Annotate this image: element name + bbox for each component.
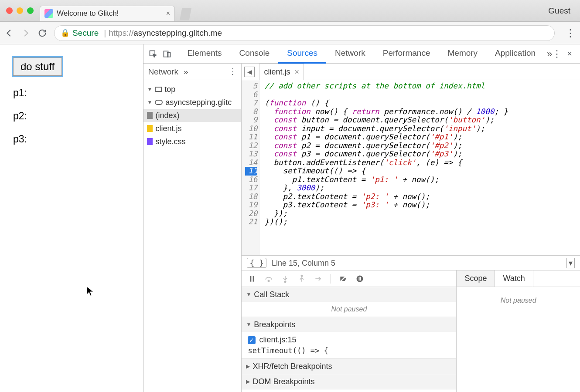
tree-file-client[interactable]: client.js xyxy=(143,122,241,135)
file-icon xyxy=(147,138,153,145)
editor-status: { }Line 15, Column 5 ▾ xyxy=(242,255,580,270)
device-toggle-icon[interactable] xyxy=(160,50,174,58)
tab-memory[interactable]: Memory xyxy=(439,44,486,64)
profile-label[interactable]: Guest xyxy=(548,6,570,16)
svg-rect-13 xyxy=(359,277,360,280)
navigator-menu-icon[interactable]: ⋮ xyxy=(229,67,237,77)
devtools-tabbar: Elements Console Sources Network Perform… xyxy=(143,44,580,64)
chrome-menu-icon[interactable]: ⋮ xyxy=(565,27,576,39)
inspect-element-icon[interactable] xyxy=(146,50,160,58)
tree-file-style[interactable]: style.css xyxy=(143,135,241,148)
window-titlebar: Welcome to Glitch! × Guest xyxy=(0,0,580,22)
navigator-overflow-icon[interactable]: » xyxy=(184,67,188,77)
devtools: Elements Console Sources Network Perform… xyxy=(143,44,580,392)
file-icon xyxy=(147,125,153,132)
close-editor-tab-icon[interactable]: × xyxy=(294,68,299,77)
toggle-details-icon[interactable]: ▾ xyxy=(566,258,575,268)
step-into-icon[interactable] xyxy=(281,274,290,283)
pause-icon[interactable] xyxy=(248,274,256,283)
p3-label: p3: xyxy=(13,133,130,145)
reload-button[interactable] xyxy=(38,28,47,38)
breakpoint-row[interactable]: ✓client.js:15 setTimeout(() => { xyxy=(242,332,456,358)
tab-performance[interactable]: Performance xyxy=(374,44,439,64)
url-scheme: https:// xyxy=(109,28,133,38)
section-call-stack[interactable]: ▼Call Stack xyxy=(242,287,456,302)
svg-rect-4 xyxy=(253,276,254,281)
page-preview: do stuff p1: p2: p3: xyxy=(0,44,143,392)
forward-button[interactable] xyxy=(21,28,31,38)
debugger-drawer: ▼Call Stack Not paused ▼Breakpoints ✓cli… xyxy=(242,270,580,392)
cloud-icon xyxy=(155,100,163,105)
toolbar: 🔒 Secure | https://asyncstepping.glitch.… xyxy=(0,22,580,44)
tab-elements[interactable]: Elements xyxy=(178,44,230,64)
tab-watch[interactable]: Watch xyxy=(495,270,533,287)
editor-tab-client[interactable]: client.js× xyxy=(259,64,304,80)
breakpoint-checkbox-icon[interactable]: ✓ xyxy=(248,336,256,344)
frame-icon xyxy=(155,87,162,92)
editor-area: ◀ client.js× 567891011121314151617181920… xyxy=(242,64,580,392)
new-tab-button[interactable] xyxy=(178,8,191,20)
devtools-close-icon[interactable]: × xyxy=(567,49,572,59)
step-out-icon[interactable] xyxy=(297,274,306,283)
navigator-mode[interactable]: Network xyxy=(148,67,178,77)
step-over-icon[interactable] xyxy=(264,274,273,283)
lock-icon: 🔒 xyxy=(61,28,70,37)
tab-console[interactable]: Console xyxy=(231,44,279,64)
do-stuff-button[interactable]: do stuff xyxy=(13,57,62,76)
maximize-window-icon[interactable] xyxy=(27,7,34,14)
close-window-icon[interactable] xyxy=(6,7,13,14)
address-bar[interactable]: 🔒 Secure | https://asyncstepping.glitch.… xyxy=(54,25,555,41)
tab-application[interactable]: Application xyxy=(486,44,544,64)
breakpoint-snippet: setTimeout(() => { xyxy=(248,346,450,355)
step-icon[interactable] xyxy=(314,274,323,283)
svg-rect-3 xyxy=(250,276,251,281)
p1-label: p1: xyxy=(13,87,130,99)
scope-empty: Not paused xyxy=(457,293,580,308)
url-host: asyncstepping.glitch.me xyxy=(133,28,222,38)
favicon-icon xyxy=(44,9,53,18)
close-tab-icon[interactable]: × xyxy=(166,10,170,17)
cursor-icon xyxy=(86,286,94,297)
traffic-lights xyxy=(6,7,34,14)
svg-point-5 xyxy=(268,280,270,281)
file-icon xyxy=(147,112,153,119)
svg-point-7 xyxy=(285,281,286,282)
tabs-overflow-icon[interactable]: » xyxy=(547,48,552,60)
pause-on-exceptions-icon[interactable] xyxy=(355,274,364,283)
sources-navigator: Network » ⋮ ▼top ▼asyncstepping.glitc (i… xyxy=(143,64,242,392)
debugger-toolbar xyxy=(242,270,456,287)
tree-origin[interactable]: ▼asyncstepping.glitc xyxy=(143,96,241,109)
browser-tab[interactable]: Welcome to Glitch! × xyxy=(40,6,175,21)
url-separator: | xyxy=(104,28,106,38)
browser-tab-title: Welcome to Glitch! xyxy=(57,9,119,18)
cursor-position: Line 15, Column 5 xyxy=(272,259,335,267)
code-editor[interactable]: 56789101112131415161718192021 // add oth… xyxy=(242,80,580,255)
pretty-print-icon[interactable]: { } xyxy=(247,258,266,268)
tree-file-index[interactable]: (index) xyxy=(143,109,241,122)
svg-point-9 xyxy=(301,275,303,276)
p2-label: p2: xyxy=(13,110,130,122)
section-dom-breakpoints[interactable]: ▶DOM Breakpoints xyxy=(242,374,456,389)
svg-rect-14 xyxy=(360,277,361,280)
toggle-navigator-icon[interactable]: ◀ xyxy=(244,67,255,77)
section-xhr-breakpoints[interactable]: ▶XHR/fetch Breakpoints xyxy=(242,359,456,374)
tree-top[interactable]: ▼top xyxy=(143,83,241,96)
back-button[interactable] xyxy=(4,28,14,38)
minimize-window-icon[interactable] xyxy=(17,7,23,14)
deactivate-breakpoints-icon[interactable] xyxy=(339,274,348,283)
svg-point-12 xyxy=(357,275,363,282)
tab-scope[interactable]: Scope xyxy=(457,270,495,287)
devtools-menu-icon[interactable]: ⋮ xyxy=(552,48,562,60)
section-breakpoints[interactable]: ▼Breakpoints xyxy=(242,317,456,332)
call-stack-empty: Not paused xyxy=(242,302,456,317)
tab-network[interactable]: Network xyxy=(326,44,374,64)
secure-label: Secure xyxy=(72,28,99,38)
tab-sources[interactable]: Sources xyxy=(278,44,326,64)
